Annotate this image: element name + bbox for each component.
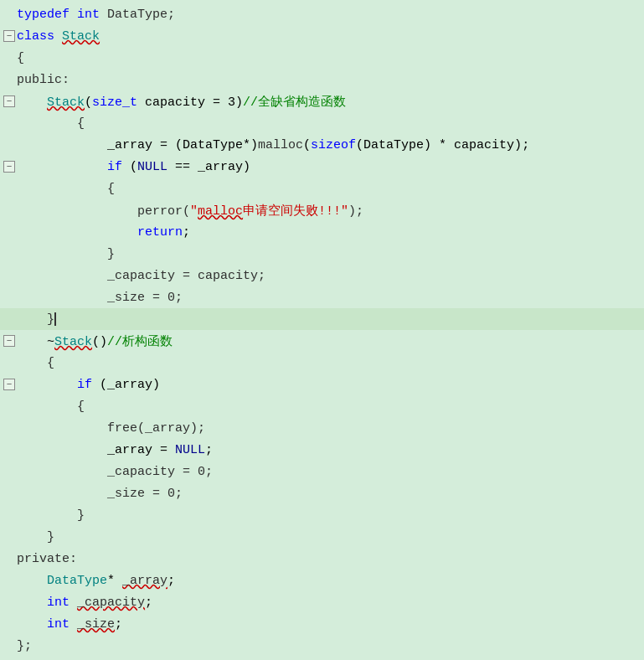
code-line-5: − Stack(size_t capacity = 3)//全缺省构造函数: [0, 90, 644, 112]
line-25-text: }: [17, 530, 54, 544]
line-21-text: _array = NULL;: [17, 443, 213, 457]
line-13-text: _capacity = capacity;: [17, 269, 265, 283]
fold-icon-5[interactable]: −: [3, 95, 15, 107]
line-8-text: if (NULL == _array): [17, 160, 250, 174]
fold-icon-18[interactable]: −: [3, 379, 15, 390]
code-line-27: DataType* _array;: [0, 570, 644, 591]
line-19-text: {: [17, 400, 85, 414]
fold-icon-2[interactable]: −: [3, 30, 15, 42]
line-28-text: int _capacity;: [17, 596, 152, 610]
line-6-text: {: [17, 116, 85, 131]
code-line-19: {: [0, 395, 644, 417]
line-3-text: {: [17, 51, 24, 65]
code-line-4: public:: [0, 69, 644, 90]
code-line-21: _array = NULL;: [0, 439, 644, 461]
code-line-15: }: [0, 308, 644, 330]
line-20-text: free(_array);: [17, 421, 205, 436]
line-27-text: DataType* _array;: [17, 574, 175, 588]
code-line-17: {: [0, 352, 644, 374]
line-12-text: }: [17, 247, 115, 261]
code-editor: typedef int DataType; − class Stack { pu…: [0, 0, 644, 660]
line-4-text: public:: [17, 73, 70, 87]
line-29-text: int _size;: [17, 617, 122, 632]
fold-icon-8[interactable]: −: [3, 161, 15, 173]
fold-icon-16[interactable]: −: [3, 335, 15, 347]
line-30-text: };: [17, 639, 32, 653]
code-line-30: };: [0, 635, 644, 657]
code-line-14: _size = 0;: [0, 286, 644, 308]
code-line-12: }: [0, 243, 644, 265]
code-line-10: perror("malloc申请空间失败!!!");: [0, 199, 644, 221]
code-line-25: }: [0, 526, 644, 548]
code-line-16: − ~Stack()//析构函数: [0, 330, 644, 352]
line-23-text: _size = 0;: [17, 487, 183, 501]
code-line-7: _array = (DataType*)malloc(sizeof(DataTy…: [0, 134, 644, 156]
code-line-8: − if (NULL == _array): [0, 156, 644, 178]
code-line-23: _size = 0;: [0, 482, 644, 504]
code-line-26: private:: [0, 548, 644, 570]
code-line-22: _capacity = 0;: [0, 461, 644, 482]
line-15-text: }: [17, 312, 56, 327]
code-line-28: int _capacity;: [0, 591, 644, 613]
line-2-text: class Stack: [17, 29, 100, 44]
code-line-18: − if (_array): [0, 374, 644, 395]
line-14-text: _size = 0;: [17, 291, 183, 305]
line-10-text: perror("malloc申请空间失败!!!");: [17, 203, 363, 219]
line-17-text: {: [17, 356, 54, 370]
line-11-text: return;: [17, 225, 190, 240]
line-24-text: }: [17, 508, 85, 523]
line-26-text: private:: [17, 552, 77, 566]
line-7-text: _array = (DataType*)malloc(sizeof(DataTy…: [17, 138, 529, 152]
line-18-text: if (_array): [17, 378, 160, 392]
code-line-24: }: [0, 504, 644, 526]
code-line-20: free(_array);: [0, 417, 644, 439]
code-line-29: int _size;: [0, 613, 644, 635]
code-line-3: {: [0, 47, 644, 69]
line-1-text: typedef int DataType;: [17, 8, 175, 22]
code-line-13: _capacity = capacity;: [0, 265, 644, 286]
code-line-6: {: [0, 112, 644, 134]
code-line-2: − class Stack: [0, 25, 644, 47]
line-9-text: {: [17, 182, 115, 196]
code-line-1: typedef int DataType;: [0, 3, 644, 25]
line-16-text: ~Stack()//析构函数: [17, 333, 173, 349]
line-22-text: _capacity = 0;: [17, 465, 213, 479]
code-line-9: {: [0, 178, 644, 199]
line-5-text: Stack(size_t capacity = 3)//全缺省构造函数: [17, 94, 346, 110]
code-line-11: return;: [0, 221, 644, 243]
